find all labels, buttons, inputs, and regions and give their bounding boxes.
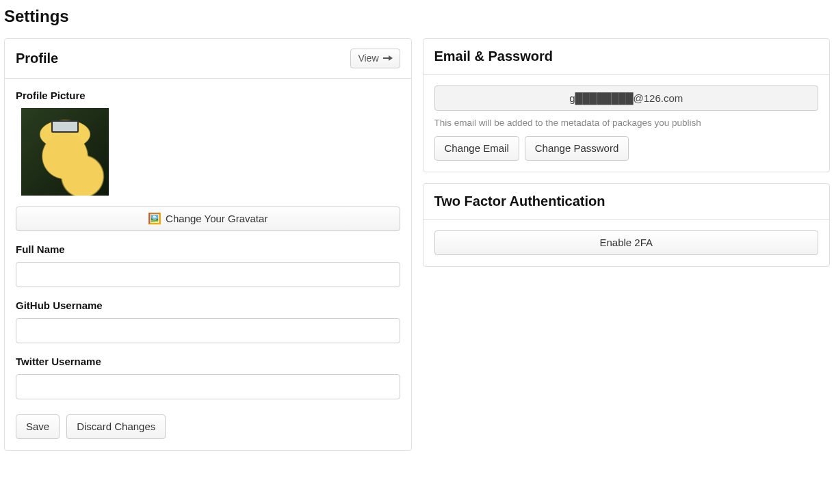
full-name-label: Full Name	[16, 243, 400, 255]
change-password-button[interactable]: Change Password	[525, 136, 629, 161]
two-factor-heading: Two Factor Authentication	[434, 194, 605, 209]
change-gravatar-button[interactable]: 🖼️ Change Your Gravatar	[16, 207, 400, 231]
full-name-input[interactable]	[16, 262, 400, 287]
email-help-text: This email will be added to the metadata…	[434, 118, 819, 128]
current-email-field: g████████@126.com	[434, 85, 819, 111]
arrow-right-icon	[383, 55, 393, 62]
settings-columns: Profile View Profile Picture 🖼️ Change Y…	[4, 38, 830, 451]
picture-icon: 🖼️	[148, 213, 161, 224]
change-gravatar-label: Change Your Gravatar	[166, 213, 268, 225]
email-password-heading: Email & Password	[434, 49, 553, 64]
two-factor-panel: Two Factor Authentication Enable 2FA	[423, 183, 831, 267]
enable-2fa-button[interactable]: Enable 2FA	[434, 230, 819, 255]
profile-picture-label: Profile Picture	[16, 90, 400, 101]
email-password-panel: Email & Password g████████@126.com This …	[423, 38, 831, 172]
github-username-input[interactable]	[16, 318, 400, 343]
profile-heading: Profile	[16, 51, 58, 66]
twitter-username-input[interactable]	[16, 374, 400, 399]
view-profile-button[interactable]: View	[350, 49, 400, 68]
page-title: Settings	[4, 7, 830, 26]
view-label: View	[358, 53, 378, 64]
save-button[interactable]: Save	[16, 414, 60, 439]
change-email-button[interactable]: Change Email	[434, 136, 519, 161]
github-username-label: GitHub Username	[16, 300, 400, 311]
profile-panel: Profile View Profile Picture 🖼️ Change Y…	[4, 38, 412, 451]
twitter-username-label: Twitter Username	[16, 356, 400, 367]
discard-changes-button[interactable]: Discard Changes	[66, 414, 166, 439]
avatar	[21, 108, 109, 196]
